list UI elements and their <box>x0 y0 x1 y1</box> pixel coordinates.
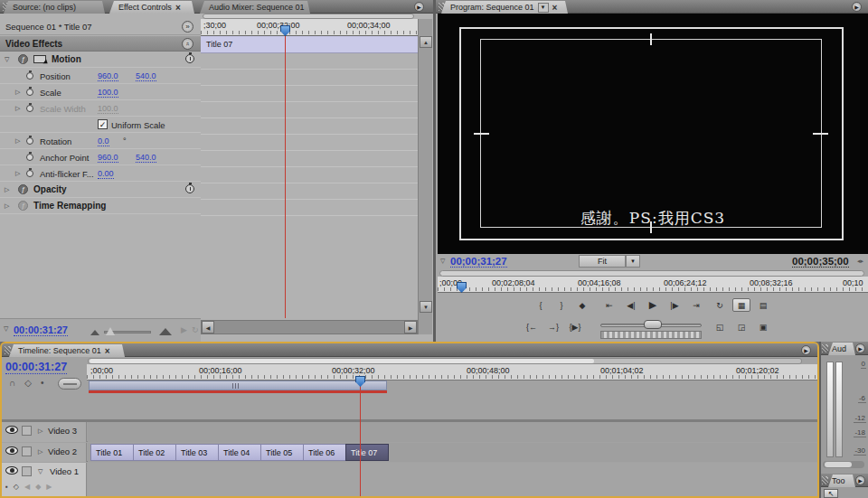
ec-timeline-ruler[interactable]: ;30;0000;00;32;0000;00;34;00 <box>201 19 418 36</box>
close-icon[interactable]: × <box>175 4 181 12</box>
toggle-animation-icon[interactable] <box>26 72 33 80</box>
set-unnumbered-marker-button[interactable]: ◆ <box>573 298 591 312</box>
twirl-icon[interactable]: ▷ <box>15 89 20 96</box>
step-back-button[interactable]: ◀| <box>622 298 640 312</box>
play-in-to-out-button[interactable]: {▶} <box>566 320 584 334</box>
jog-disk[interactable] <box>600 331 702 339</box>
set-display-style-icon[interactable]: ▪ <box>5 483 8 491</box>
lift-button[interactable]: ◱ <box>711 320 729 334</box>
close-icon[interactable]: × <box>552 4 558 12</box>
timecode-disclosure-icon[interactable]: ▽ <box>4 325 8 333</box>
panel-menu-icon[interactable]: ▶ <box>801 345 811 355</box>
output-button[interactable]: ▤ <box>754 298 772 312</box>
effect-row[interactable]: ▷Scale100.0 <box>0 84 201 100</box>
effect-row[interactable]: Anchor Point960.0540.0 <box>0 149 201 165</box>
work-area-bar[interactable] <box>89 381 387 390</box>
effect-row[interactable]: ▷ƒOpacity <box>0 182 201 198</box>
property-value[interactable]: 540.0 <box>136 153 156 163</box>
clip-title-05[interactable]: Title 05 <box>260 444 304 461</box>
collapse-track-icon[interactable]: ▽ <box>38 468 42 475</box>
track-lock-toggle[interactable] <box>22 426 32 436</box>
program-current-timecode[interactable]: 00;00;31;27 <box>450 256 507 268</box>
set-out-point-button[interactable]: } <box>552 298 571 312</box>
track-header-video2[interactable]: ▷ Video 2 <box>2 443 87 462</box>
go-to-in-point-button[interactable]: ⇤ <box>600 298 618 312</box>
twirl-icon[interactable]: ▽ <box>5 56 9 63</box>
meters-scrollbar[interactable] <box>823 461 864 468</box>
stopwatch-icon[interactable] <box>185 54 194 63</box>
twirl-icon[interactable]: ▷ <box>5 202 9 210</box>
selection-tool-icon[interactable]: ↖ <box>824 489 838 498</box>
track-lock-toggle[interactable] <box>22 466 32 476</box>
panel-grip[interactable] <box>822 344 828 352</box>
scroll-up-icon[interactable]: ▲ <box>420 36 432 48</box>
ec-clip-bar[interactable]: Title 07 <box>201 36 418 53</box>
close-icon[interactable]: × <box>105 347 110 355</box>
go-to-next-edit-button[interactable]: →} <box>544 320 562 334</box>
twirl-icon[interactable]: ▷ <box>15 105 20 112</box>
work-area-grip[interactable] <box>232 383 240 389</box>
step-forward-button[interactable]: |▶ <box>665 298 684 312</box>
ec-vertical-scrollbar[interactable]: ▲ ▼ <box>418 19 432 334</box>
effect-row[interactable]: ▷Scale Width100.0 <box>0 100 201 117</box>
timeline-ruler[interactable]: ;00;0000;00;16;0000;00;32;0000;00;48;000… <box>87 364 817 381</box>
set-unnumbered-marker-icon[interactable]: • <box>41 378 44 388</box>
clip-title-07[interactable]: Title 07 <box>345 444 389 461</box>
effect-row[interactable]: ▷ƒTime Remapping <box>0 198 201 214</box>
panel-menu-icon[interactable]: ▶ <box>414 2 424 12</box>
property-value[interactable]: 540.0 <box>136 71 156 81</box>
track-lane-video2[interactable]: Title 01Title 02Title 03Title 04Title 05… <box>88 443 817 462</box>
effect-row[interactable]: ▷Rotation0.0° <box>0 133 201 149</box>
toggle-animation-icon[interactable] <box>26 170 33 177</box>
zoom-level-dropdown-icon[interactable]: ▼ <box>626 255 640 268</box>
loop-button[interactable]: ↻ <box>711 298 729 312</box>
scroll-left-icon[interactable]: ◀ <box>202 321 214 334</box>
property-value[interactable]: 960.0 <box>98 153 118 163</box>
go-to-next-keyframe-icon[interactable]: ▶ <box>46 483 52 491</box>
timeline-current-timecode[interactable]: 00:00:31:27 <box>5 361 67 374</box>
effect-row[interactable]: Position960.0540.0 <box>0 68 201 84</box>
panel-menu-icon[interactable]: ▶ <box>852 2 862 12</box>
clip-title-04[interactable]: Title 04 <box>218 444 261 461</box>
zoom-level-select[interactable]: Fit <box>579 255 626 268</box>
track-lock-toggle[interactable] <box>22 446 32 456</box>
twirl-icon[interactable]: ▷ <box>5 186 9 193</box>
play-only-audio-icon[interactable]: ▶ <box>181 325 187 334</box>
export-frame-button[interactable]: ▣ <box>754 320 772 334</box>
toggle-track-output-icon[interactable] <box>5 426 18 434</box>
collapse-section-icon[interactable]: » <box>182 38 193 50</box>
twirl-icon[interactable]: ▷ <box>15 137 20 145</box>
go-to-previous-keyframe-icon[interactable]: ◀ <box>24 483 30 491</box>
property-value[interactable]: 960.0 <box>98 71 118 81</box>
extract-button[interactable]: ◲ <box>732 320 750 334</box>
show-hide-timeline-view-icon[interactable]: » <box>182 21 193 33</box>
clip-title-03[interactable]: Title 03 <box>175 444 219 461</box>
loop-playback-icon[interactable]: ↻ <box>192 325 199 334</box>
panel-grip[interactable] <box>5 346 11 354</box>
stopwatch-icon[interactable] <box>185 184 194 193</box>
tab-audio-mixer[interactable]: Audio Mixer: Sequence 01 <box>200 1 310 14</box>
zoom-slider-handle[interactable] <box>106 327 115 335</box>
scroll-down-icon[interactable]: ▼ <box>420 301 432 313</box>
program-select-dropdown-icon[interactable]: ▼ <box>538 3 549 13</box>
ec-horizontal-scrollbar[interactable]: ◀ ▶ <box>201 320 418 334</box>
tab-timeline[interactable]: Timeline: Sequence 01 × <box>9 344 125 357</box>
tab-tools[interactable]: Too <box>828 475 855 487</box>
tab-program[interactable]: Program: Sequence 01 ▼ × <box>441 1 568 14</box>
effect-row[interactable]: ✓Uniform Scale <box>0 117 201 133</box>
track-header-video3[interactable]: ▷ Video 3 <box>2 422 87 442</box>
program-viewing-area-bar[interactable] <box>439 270 864 277</box>
property-value[interactable]: 100.0 <box>98 104 118 114</box>
track-lane-video3[interactable] <box>88 422 817 442</box>
zoom-in-icon[interactable] <box>159 328 172 335</box>
clip-title-02[interactable]: Title 02 <box>133 444 176 461</box>
track-lane-video1[interactable] <box>88 463 817 498</box>
toggle-track-output-icon[interactable] <box>5 446 18 455</box>
clip-title-01[interactable]: Title 01 <box>90 444 134 461</box>
effect-row[interactable]: ▷Anti-flicker F...0.00 <box>0 165 201 182</box>
panel-menu-icon[interactable]: ▶ <box>855 475 865 485</box>
toggle-animation-icon[interactable] <box>26 105 33 112</box>
timeline-scrollzoom-handle[interactable] <box>90 359 594 363</box>
toggle-animation-icon[interactable] <box>26 154 33 161</box>
effect-row[interactable]: ▽ƒMotion <box>0 52 201 68</box>
